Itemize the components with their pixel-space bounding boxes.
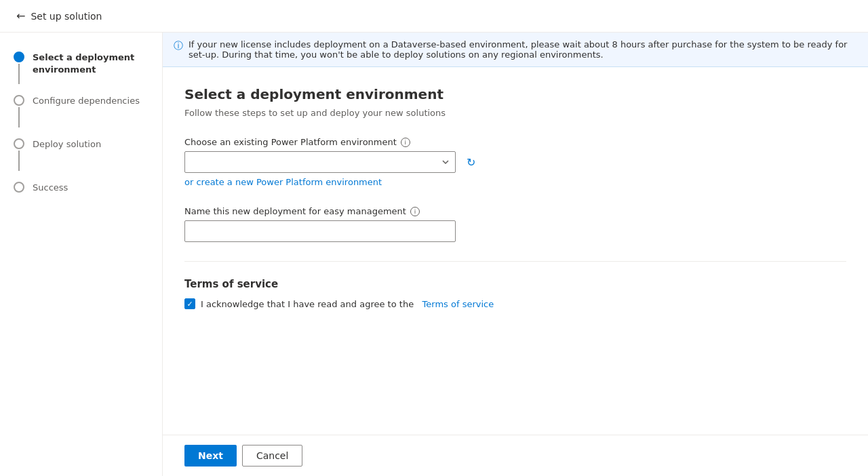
terms-row: ✓ I acknowledge that I have read and agr… [184,298,846,309]
step-indicator-4 [14,182,24,193]
cancel-button[interactable]: Cancel [242,445,302,467]
step-line-3 [18,151,20,171]
terms-label-text: I acknowledge that I have read and agree… [201,299,414,309]
sidebar-item-select-env[interactable]: Select a deployment environment [0,46,162,90]
env-section: Choose an existing Power Platform enviro… [184,137,846,187]
step-line-2 [18,107,20,127]
terms-of-service-link[interactable]: Terms of service [422,299,494,309]
terms-text: I acknowledge that I have read and agree… [201,299,494,309]
env-info-icon[interactable]: i [401,138,410,147]
section-divider [184,261,846,262]
content-area: ⓘ If your new license includes deploymen… [163,33,868,476]
info-banner-icon: ⓘ [174,40,183,52]
step-circle-1 [14,52,24,62]
info-banner: ⓘ If your new license includes deploymen… [163,33,868,67]
step-circle-2 [14,95,24,106]
step-indicator-1 [14,52,24,84]
sidebar-item-success[interactable]: Success [0,176,162,199]
page-title: Set up solution [31,11,102,22]
step-indicator-2 [14,95,24,127]
name-input[interactable] [184,220,456,242]
step-label-4: Success [33,182,68,194]
top-bar: ← Set up solution [0,0,868,33]
step-label-1: Select a deployment environment [33,52,149,76]
sidebar-item-configure-deps[interactable]: Configure dependencies [0,90,162,133]
info-banner-text: If your new license includes deployment … [189,39,857,60]
form-section-title: Select a deployment environment [184,86,846,102]
checkbox-checkmark: ✓ [186,300,193,309]
create-env-link[interactable]: or create a new Power Platform environme… [184,177,382,187]
next-button[interactable]: Next [184,445,237,467]
step-indicator-3 [14,138,24,171]
step-label-2: Configure dependencies [33,95,140,107]
name-section: Name this new deployment for easy manage… [184,206,846,242]
name-label-text: Name this new deployment for easy manage… [184,206,406,216]
back-arrow-icon: ← [16,9,25,22]
step-circle-4 [14,182,24,193]
env-field-label: Choose an existing Power Platform enviro… [184,137,846,147]
terms-checkbox[interactable]: ✓ [184,298,195,309]
main-layout: Select a deployment environment Configur… [0,33,868,476]
env-dropdown[interactable] [184,151,456,173]
name-info-icon[interactable]: i [410,207,420,216]
terms-title: Terms of service [184,278,846,290]
terms-section: Terms of service ✓ I acknowledge that I … [184,278,846,309]
footer: Next Cancel [163,435,868,476]
sidebar: Select a deployment environment Configur… [0,33,163,476]
step-label-3: Deploy solution [33,138,101,151]
form-content: Select a deployment environment Follow t… [163,67,868,435]
name-field-label: Name this new deployment for easy manage… [184,206,846,216]
env-dropdown-wrap: ↻ [184,151,846,173]
step-line-1 [18,64,20,84]
form-section-subtitle: Follow these steps to set up and deploy … [184,108,846,118]
refresh-button[interactable]: ↻ [461,153,480,172]
env-label-text: Choose an existing Power Platform enviro… [184,137,397,147]
back-button[interactable]: ← Set up solution [11,7,108,25]
sidebar-item-deploy-solution[interactable]: Deploy solution [0,133,162,176]
refresh-icon: ↻ [467,156,475,169]
step-circle-3 [14,138,24,149]
